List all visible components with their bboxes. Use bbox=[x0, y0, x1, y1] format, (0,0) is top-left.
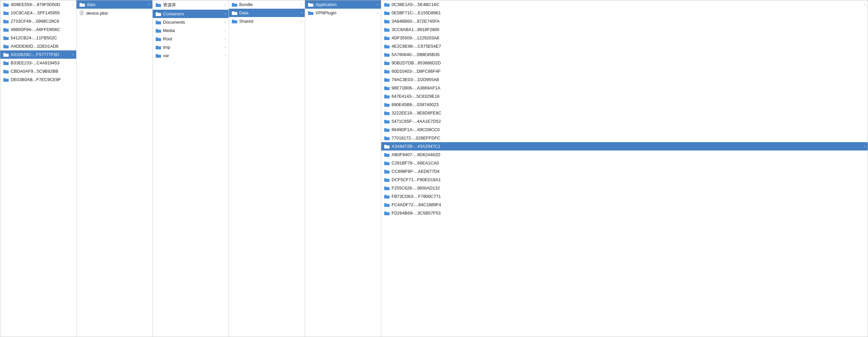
finder-window: 4D9EE559-...979F0D50D› 10C9CAE4-...5FF14… bbox=[0, 0, 868, 337]
list-item[interactable]: data› bbox=[76, 0, 152, 9]
folder-icon bbox=[231, 2, 238, 7]
list-item[interactable]: CBDA0AF9...5C9B92BB bbox=[0, 67, 76, 75]
folder-icon bbox=[384, 36, 390, 40]
chevron-right-icon: › bbox=[301, 3, 302, 6]
chevron-right-icon: › bbox=[225, 54, 226, 57]
column-4: Bundle› Data› Shared› bbox=[229, 0, 305, 337]
list-item[interactable]: tmp› bbox=[153, 43, 228, 52]
list-item[interactable]: A4DDE80D...1DE01AD6 bbox=[0, 42, 76, 50]
list-item[interactable]: 5A760640-...39BE85B35 bbox=[381, 50, 868, 59]
item-name: 77018172-...028EFFDFC bbox=[392, 135, 865, 140]
list-item[interactable]: VPNPlugin› bbox=[305, 9, 381, 17]
folder-icon bbox=[155, 37, 161, 41]
item-name: F255C626-...3600AD132 bbox=[392, 186, 865, 191]
list-item[interactable]: 2733CF49-...0998C28C6 bbox=[0, 17, 76, 25]
list-item[interactable]: Documents› bbox=[153, 18, 228, 26]
item-name: 79AC3E03-...D2D955A8 bbox=[392, 77, 865, 82]
list-item[interactable]: 9DB2D7DB...853886D2D bbox=[381, 59, 868, 67]
item-name: Data bbox=[239, 10, 301, 15]
list-item[interactable]: Bundle› bbox=[229, 0, 305, 9]
list-item[interactable]: 3CC8ABA1...8918F2800 bbox=[381, 25, 868, 34]
folder-icon bbox=[155, 28, 161, 33]
item-name: 3A846B60-...872E745FA bbox=[392, 19, 865, 24]
list-item[interactable]: F255C626-...3600AD132 bbox=[381, 184, 868, 192]
list-item[interactable]: Shared› bbox=[229, 17, 305, 25]
list-item[interactable]: Data› bbox=[229, 9, 305, 17]
list-item[interactable]: 5412CB24-...11FB502C bbox=[0, 34, 76, 42]
chevron-right-icon: › bbox=[72, 53, 73, 56]
list-item[interactable]: B33EE233-...C4A919453 bbox=[0, 59, 76, 67]
folder-icon bbox=[155, 12, 161, 16]
item-name: 资源库 bbox=[163, 2, 225, 8]
list-item[interactable]: 79AC3E03-...D2D955A8 bbox=[381, 75, 868, 84]
item-name: 0E5BF71C-...E155D8961 bbox=[392, 10, 865, 15]
list-item[interactable]: 647E4143-...5C8329E18 bbox=[381, 92, 868, 100]
item-name: Containers bbox=[163, 11, 225, 16]
list-item[interactable]: 98E71B06-...A3869AF1A bbox=[381, 84, 868, 92]
list-item[interactable]: CC898F6F-...AED677D4 bbox=[381, 167, 868, 175]
folder-icon bbox=[384, 44, 390, 49]
svg-rect-0 bbox=[80, 11, 83, 15]
list-item[interactable]: var› bbox=[153, 52, 228, 60]
item-name: 2733CF49-...0998C28C6 bbox=[11, 19, 73, 24]
folder-icon bbox=[3, 53, 9, 57]
list-item[interactable]: 60D10403-...D8FC86F4F bbox=[381, 67, 868, 75]
folder-icon bbox=[3, 69, 9, 74]
item-name: CBDA0AF9...5C9B92BB bbox=[11, 69, 73, 74]
list-item[interactable]: 890E45B8-...039740023 bbox=[381, 100, 868, 109]
item-name: tmp bbox=[163, 45, 225, 50]
list-item[interactable]: 4D9EE559-...979F0D50D› bbox=[0, 0, 76, 9]
folder-icon bbox=[384, 153, 390, 157]
list-item[interactable]: 5471C65F-...4AA1E7D52 bbox=[381, 117, 868, 126]
list-item[interactable]: 3A846B60-...872E745FA bbox=[381, 17, 868, 25]
chevron-right-icon: › bbox=[225, 12, 226, 16]
item-name: FD264B69-...3C5B57F53 bbox=[392, 210, 865, 215]
list-item[interactable]: A010629C-...F57777F6D› bbox=[0, 50, 76, 59]
file-icon bbox=[79, 10, 85, 16]
folder-icon bbox=[155, 54, 161, 58]
item-name: 890E45B8-...039740023 bbox=[392, 102, 865, 107]
folder-icon bbox=[384, 177, 390, 182]
list-item[interactable]: 3222EE18-...9E8D8FE8C bbox=[381, 109, 868, 117]
item-name: Shared bbox=[239, 19, 301, 24]
list-item[interactable]: A3A8472B-...43A2947C1› bbox=[381, 142, 868, 150]
item-name: FB73CD63-...F7800C771 bbox=[392, 194, 865, 199]
list-item[interactable]: 资源库› bbox=[153, 0, 228, 10]
list-item[interactable]: Containers› bbox=[153, 10, 228, 18]
column-3: 资源库› Containers› Documents› Media› Root›… bbox=[153, 0, 229, 337]
list-item[interactable]: 4980DF94-...A6FFD956C bbox=[0, 25, 76, 34]
list-item[interactable]: Root› bbox=[153, 35, 228, 43]
list-item[interactable]: AB0F9407-...9D624462D bbox=[381, 150, 868, 159]
list-item[interactable]: Application› bbox=[305, 0, 381, 9]
folder-icon bbox=[384, 2, 390, 7]
folder-icon bbox=[384, 19, 390, 24]
list-item[interactable]: FB73CD63-...F7800C771 bbox=[381, 192, 868, 201]
list-item[interactable]: 77018172-...028EFFDFC bbox=[381, 134, 868, 142]
chevron-right-icon: › bbox=[377, 3, 378, 6]
item-name: 4DF35509-...1229203A8 bbox=[392, 35, 865, 40]
folder-icon bbox=[79, 2, 85, 7]
list-item[interactable]: 0C38E1A5-...5E4BC16C› bbox=[381, 0, 868, 9]
list-item[interactable]: Media› bbox=[153, 26, 228, 35]
list-item[interactable]: FC4ADF72-...84C1889F4 bbox=[381, 201, 868, 209]
list-item[interactable]: DCF5CF71...F80ED18A1 bbox=[381, 175, 868, 184]
folder-icon bbox=[3, 36, 9, 40]
folder-icon bbox=[384, 128, 390, 132]
item-name: 8649DF1A-...69CD8CC0 bbox=[392, 127, 865, 132]
list-item[interactable]: 8649DF1A-...69CD8CC0 bbox=[381, 126, 868, 134]
item-name: Application bbox=[315, 2, 377, 7]
chevron-right-icon: › bbox=[864, 144, 865, 148]
item-name: Documents bbox=[163, 20, 225, 25]
list-item[interactable]: DE03B0AB...F7EC9CE9F bbox=[0, 75, 76, 84]
folder-icon bbox=[384, 102, 390, 107]
list-item[interactable]: C291BF76-...66EA1CA0 bbox=[381, 159, 868, 167]
item-name: A010629C-...F57777F6D bbox=[11, 52, 72, 57]
list-item[interactable]: 10C9CAE4-...5FF145955 bbox=[0, 9, 76, 17]
folder-icon bbox=[384, 77, 390, 82]
list-item[interactable]: 4E2C8E98-...C675E54E7 bbox=[381, 42, 868, 50]
item-name: 5A760640-...39BE85B35 bbox=[392, 52, 865, 57]
list-item[interactable]: FD264B69-...3C5B57F53 bbox=[381, 209, 868, 217]
list-item[interactable]: 4DF35509-...1229203A8 bbox=[381, 34, 868, 42]
list-item[interactable]: 0E5BF71C-...E155D8961 bbox=[381, 9, 868, 17]
list-item[interactable]: device.plist bbox=[76, 9, 152, 18]
